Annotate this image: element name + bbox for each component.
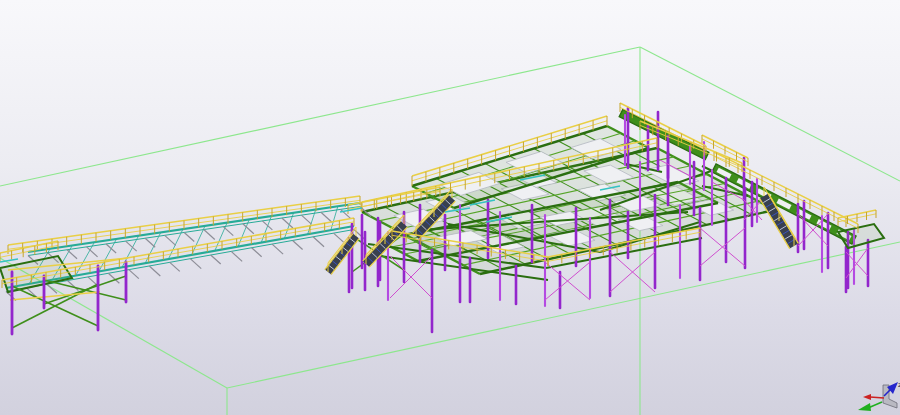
conveyor-gallery [6, 203, 371, 301]
right-end-platform [838, 224, 884, 248]
model-scene: z [0, 0, 900, 415]
ucs-axis-icon: z [858, 381, 900, 411]
left-support-tower [0, 256, 128, 334]
cad-3d-viewport[interactable]: z [0, 0, 900, 415]
